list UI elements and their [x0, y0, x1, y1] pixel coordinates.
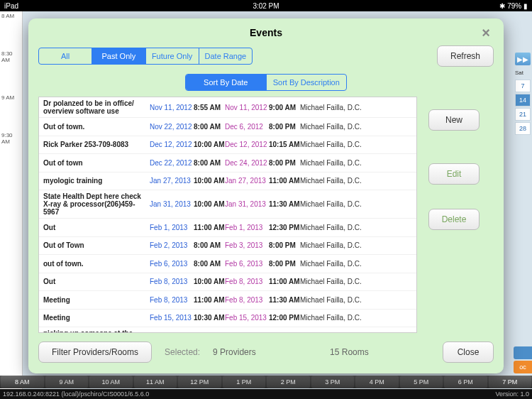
- event-desc: State Health Dept here check X-ray & pro…: [43, 192, 150, 216]
- event-start-time: 11:00 AM: [194, 224, 225, 231]
- event-end-time: 8:00 PM: [269, 123, 300, 131]
- bg-hour-cell: 9 AM: [45, 376, 89, 388]
- device-name: iPad: [4, 2, 266, 10]
- event-desc: Out of town.: [43, 123, 150, 131]
- event-end-time: 9:00 AM: [269, 104, 300, 111]
- sort-tab-0[interactable]: Sort By Date: [186, 75, 266, 90]
- event-provider: Michael Failla, D.C.: [300, 314, 374, 322]
- event-start-time: 8:00 AM: [194, 260, 225, 268]
- event-start-time: 10:00 AM: [194, 177, 225, 185]
- bg-hour-cell: 5 PM: [400, 376, 443, 388]
- event-row[interactable]: Out of townDec 22, 20128:00 AMDec 24, 20…: [39, 154, 416, 173]
- event-row[interactable]: MeetingFeb 8, 201311:00 AMFeb 8, 201311:…: [39, 291, 416, 310]
- refresh-button[interactable]: Refresh: [437, 45, 494, 67]
- filter-tab-all[interactable]: All: [39, 48, 92, 64]
- bg-hour-cell: 2 PM: [267, 376, 310, 388]
- bg-hour-cell: 3 PM: [311, 376, 355, 388]
- event-row[interactable]: Out of town.Nov 22, 20128:00 AMDec 6, 20…: [39, 118, 416, 136]
- event-row[interactable]: picking up someone at the airportMar 1, …: [39, 327, 416, 333]
- event-start-date: Feb 1, 2013: [150, 224, 194, 231]
- event-desc: Meeting: [43, 314, 150, 322]
- event-end-time: 10:15 AM: [269, 141, 300, 148]
- bg-side-button-1[interactable]: [514, 346, 532, 359]
- event-start-time: 10:00 AM: [194, 278, 225, 285]
- event-provider: Michael Failla, D.C.: [300, 141, 374, 148]
- event-desc: Rick Parker 253-709-8083: [43, 141, 150, 148]
- event-end-time: 12:30 PM: [269, 224, 300, 231]
- bg-hour-cell: 11 AM: [134, 376, 177, 388]
- event-provider: Michael Failla, D.C.: [300, 200, 374, 208]
- event-end-time: 11:00 AM: [269, 278, 300, 285]
- new-button[interactable]: New: [428, 109, 480, 131]
- event-end-date: Feb 8, 2013: [225, 296, 269, 304]
- bg-hour-cell: 10 AM: [89, 376, 133, 388]
- event-end-time: 8:00 PM: [269, 241, 300, 249]
- event-row[interactable]: Rick Parker 253-709-8083Dec 12, 201210:0…: [39, 136, 416, 155]
- event-row[interactable]: OutFeb 8, 201310:00 AMFeb 8, 201311:00 A…: [39, 273, 416, 292]
- edit-button[interactable]: Edit: [428, 163, 480, 185]
- event-desc: Out: [43, 224, 150, 231]
- filter-tab-future-only[interactable]: Future Only: [145, 48, 199, 64]
- event-start-date: Feb 8, 2013: [150, 296, 194, 304]
- selected-rooms: 15 Rooms: [330, 347, 369, 357]
- event-start-time: 11:00 AM: [194, 296, 225, 304]
- event-end-date: Feb 8, 2013: [225, 278, 269, 285]
- bg-hour-cell: 6 PM: [444, 376, 487, 388]
- event-start-date: Jan 27, 2013: [150, 177, 194, 185]
- event-end-date: Feb 15, 2013: [225, 314, 269, 322]
- event-row[interactable]: State Health Dept here check X-ray & pro…: [39, 190, 416, 219]
- sort-segment: Sort By DateSort By Description: [185, 74, 347, 91]
- event-row[interactable]: myologic trainingJan 27, 201310:00 AMJan…: [39, 173, 416, 191]
- event-desc: Out of Town: [43, 241, 150, 249]
- event-start-time: 10:00 AM: [194, 141, 225, 148]
- close-icon[interactable]: ×: [478, 26, 494, 41]
- filter-segment: AllPast OnlyFuture OnlyDate Range: [38, 48, 253, 65]
- event-start-time: 10:30 AM: [194, 314, 225, 322]
- event-desc: Out: [43, 278, 150, 285]
- selected-label: Selected:: [165, 347, 200, 357]
- event-provider: Michael Failla, D.C.: [300, 224, 374, 231]
- event-start-time: 8:00 AM: [194, 123, 225, 131]
- event-start-time: 8:55 AM: [194, 104, 225, 111]
- event-end-date: Dec 24, 2012: [225, 159, 269, 167]
- event-desc: Dr polanzed to be in office/ overview so…: [43, 99, 150, 115]
- event-end-date: Feb 1, 2013: [225, 224, 269, 231]
- event-end-time: 11:30 AM: [269, 200, 300, 208]
- close-button[interactable]: Close: [443, 341, 494, 363]
- modal-footer: Filter Providers/Rooms Selected: 9 Provi…: [38, 341, 494, 363]
- events-list[interactable]: Dr polanzed to be in office/ overview so…: [38, 97, 417, 333]
- event-row[interactable]: Out of TownFeb 2, 20138:00 AMFeb 3, 2013…: [39, 237, 416, 256]
- bg-side-button-2[interactable]: oc: [514, 361, 532, 373]
- clock: 3:02 PM: [253, 2, 279, 10]
- event-start-date: Feb 8, 2013: [150, 278, 194, 285]
- event-row[interactable]: out of town.Feb 6, 20138:00 AMFeb 6, 201…: [39, 255, 416, 273]
- event-desc: out of town.: [43, 260, 150, 268]
- event-end-time: 8:00 PM: [269, 159, 300, 167]
- event-provider: Michael Failla, D.C.: [300, 296, 374, 304]
- event-row[interactable]: Dr polanzed to be in office/ overview so…: [39, 97, 416, 118]
- bg-hour-cell: 1 PM: [223, 376, 266, 388]
- event-start-date: Nov 22, 2012: [150, 123, 194, 131]
- event-end-date: Dec 6, 2012: [225, 123, 269, 131]
- event-provider: Michael Failla, D.C.: [300, 241, 374, 249]
- side-actions: New Edit Delete: [426, 109, 482, 230]
- filter-tab-past-only[interactable]: Past Only: [92, 48, 145, 64]
- ios-status-bar: iPad 3:02 PM ✱ 79% ▮: [0, 0, 532, 11]
- event-desc: picking up someone at the airport: [43, 329, 150, 333]
- bg-footer: 192.168.0.240:8221 (local)/pschiro/CIS00…: [0, 389, 532, 399]
- filter-tab-date-range[interactable]: Date Range: [199, 48, 252, 64]
- event-start-date: Dec 12, 2012: [150, 141, 194, 148]
- delete-button[interactable]: Delete: [428, 209, 480, 230]
- event-desc: Out of town: [43, 159, 150, 167]
- sort-tab-1[interactable]: Sort By Description: [266, 75, 347, 90]
- bg-mini-calendar: Sat 7 14 21 28: [515, 70, 531, 136]
- bg-hour-scale: 8 AM9 AM10 AM11 AM12 PM1 PM2 PM3 PM4 PM5…: [0, 376, 532, 388]
- event-row[interactable]: MeetingFeb 15, 201310:30 AMFeb 15, 20131…: [39, 310, 416, 328]
- event-start-date: Jan 31, 2013: [150, 200, 194, 208]
- fast-forward-icon[interactable]: ▶▶: [515, 53, 531, 65]
- modal-title: Events ×: [38, 27, 494, 38]
- event-start-date: Nov 11, 2012: [150, 104, 194, 111]
- event-end-date: Dec 12, 2012: [225, 141, 269, 148]
- event-row[interactable]: OutFeb 1, 201311:00 AMFeb 1, 201312:30 P…: [39, 219, 416, 237]
- filter-providers-button[interactable]: Filter Providers/Rooms: [38, 341, 152, 363]
